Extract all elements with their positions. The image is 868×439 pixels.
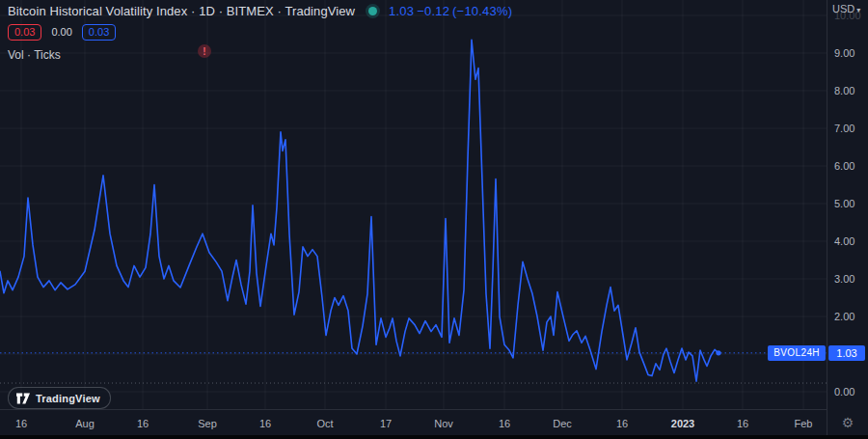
price-axis-tick: 5.00 xyxy=(834,198,854,209)
indicator-row: Vol · Ticks ! xyxy=(8,45,515,60)
market-status-icon[interactable] xyxy=(368,7,377,15)
bottom-strip xyxy=(0,435,868,439)
time-axis-tick: Feb xyxy=(795,418,813,429)
symbol-title[interactable]: Bitcoin Historical Volatility Index · 1D… xyxy=(8,4,355,18)
time-axis[interactable]: 16Aug16Sep16Oct17Nov16Dec16202316Feb xyxy=(0,409,827,435)
value-badge-blue: 0.03 xyxy=(82,24,116,41)
time-axis-tick: 16 xyxy=(259,418,271,429)
time-axis-tick: 17 xyxy=(380,418,392,429)
time-axis-tick: Sep xyxy=(198,418,217,429)
price-line-instrument-label: BVOL24H xyxy=(768,345,826,361)
tradingview-logo-text: TradingView xyxy=(36,393,100,404)
price-axis-tick: 4.00 xyxy=(834,235,854,247)
warning-icon[interactable]: ! xyxy=(198,44,211,58)
value-plain: 0.00 xyxy=(51,26,71,38)
tradingview-logo[interactable]: TradingView xyxy=(8,387,111,409)
time-axis-tick: 16 xyxy=(737,418,748,429)
time-axis-tick: 16 xyxy=(15,418,27,429)
quote-values: 1.03−0.12(−10.43%) xyxy=(389,4,515,18)
value-badge-red: 0.03 xyxy=(8,24,41,41)
price-chart-canvas[interactable] xyxy=(0,0,868,439)
price-axis-tick: 2.00 xyxy=(834,311,854,322)
price-axis[interactable]: USD▾ 10.009.008.007.006.005.004.003.002.… xyxy=(827,0,868,435)
time-axis-tick: 16 xyxy=(616,418,628,429)
time-axis-tick: 2023 xyxy=(671,418,694,429)
price-axis-tick: 6.00 xyxy=(834,160,854,172)
time-axis-tick: Dec xyxy=(553,418,572,429)
chart-legend: Bitcoin Historical Volatility Index · 1D… xyxy=(8,3,515,60)
price-axis-tick: 3.00 xyxy=(834,273,854,285)
price-axis-tick: 7.00 xyxy=(834,123,854,134)
time-axis-tick: Nov xyxy=(434,418,453,429)
indicator-label[interactable]: Vol · Ticks xyxy=(8,48,61,62)
tradingview-chart-window: Bitcoin Historical Volatility Index · 1D… xyxy=(0,0,868,439)
last-price-label: 1.03 xyxy=(828,345,865,361)
time-axis-tick: Aug xyxy=(75,418,95,429)
change-percent: (−10.43%) xyxy=(452,4,512,18)
tradingview-logo-icon xyxy=(16,393,30,404)
time-axis-tick: Oct xyxy=(316,418,333,429)
price-axis-tick: 8.00 xyxy=(834,85,854,96)
instrument-name: BVOL24H xyxy=(773,347,820,358)
time-axis-tick: 16 xyxy=(137,418,149,429)
change-value: −0.12 xyxy=(417,4,449,18)
ohlc-badge-row: 0.03 0.00 0.03 xyxy=(8,24,515,40)
last-value: 1.03 xyxy=(389,4,414,18)
price-axis-tick: 9.00 xyxy=(834,47,854,59)
last-point-marker xyxy=(716,350,720,355)
symbol-title-row: Bitcoin Historical Volatility Index · 1D… xyxy=(8,3,515,19)
gear-icon[interactable]: ⚙ xyxy=(827,416,868,429)
time-axis-tick: 16 xyxy=(499,418,510,429)
price-axis-tick: 10.00 xyxy=(834,10,861,21)
price-axis-tick: 0.00 xyxy=(834,386,854,398)
